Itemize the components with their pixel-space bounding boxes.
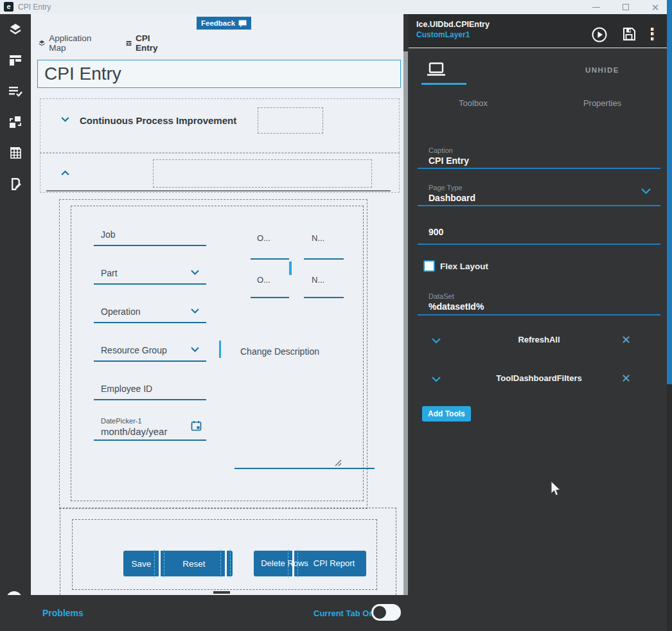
laptop-icon — [427, 62, 446, 76]
flex-layout-label: Flex Layout — [440, 262, 488, 271]
selection-separator — [292, 549, 294, 578]
layers-tool-button[interactable] — [0, 14, 31, 45]
maximize-button[interactable] — [613, 0, 639, 14]
datepicker-label: DatePicker-1 — [101, 417, 142, 425]
inspector-layer-link[interactable]: CustomLayer1 — [416, 30, 470, 39]
resize-grip-icon[interactable] — [333, 458, 342, 467]
maximize-icon — [623, 4, 629, 10]
old-field-underline-2[interactable] — [251, 297, 289, 298]
problems-link[interactable]: Problems — [42, 608, 84, 618]
resource-group-field-underline[interactable] — [94, 360, 206, 362]
layout-icon — [8, 53, 22, 67]
close-button[interactable]: ✕ — [642, 0, 668, 14]
kebab-dot — [651, 37, 654, 40]
feedback-label: Feedback — [201, 19, 235, 27]
empty-placeholder-widget[interactable] — [258, 107, 323, 134]
tab-cpi-entry[interactable]: CPI Entry — [126, 33, 161, 53]
operation-field-underline[interactable] — [94, 322, 206, 323]
table-grid-icon — [8, 146, 23, 161]
active-device-underline — [421, 83, 466, 85]
feedback-button[interactable]: Feedback — [197, 17, 251, 30]
inspector-title: Ice.UIDbd.CPIEntry — [416, 20, 490, 29]
chevron-down-icon[interactable] — [191, 347, 199, 352]
rules-tool-button[interactable] — [0, 76, 31, 107]
chat-bubble-icon — [238, 20, 247, 27]
calendar-icon[interactable] — [191, 420, 202, 431]
epicor-logo-icon: e — [4, 2, 13, 12]
cpi-report-button[interactable]: CPI Report — [312, 551, 357, 576]
doc-edit-icon — [8, 177, 23, 191]
job-field-label: Job — [101, 229, 116, 240]
preview-play-button[interactable] — [591, 26, 608, 43]
inspector-header: Ice.UIDbd.CPIEntry CustomLayer1 — [409, 14, 667, 48]
inspector-body: UNHIDE Toolbox Properties Caption CPI En… — [409, 48, 667, 631]
caption-property-label: Caption — [429, 147, 453, 154]
part-field-label: Part — [101, 268, 118, 278]
layers-icon — [8, 22, 23, 37]
page-title-widget[interactable]: CPI Entry — [37, 60, 401, 88]
tab-cpi-entry-label: CPI Entry — [136, 33, 161, 53]
canvas-resize-handle[interactable] — [213, 591, 230, 594]
tab-application-map[interactable]: Application Map — [39, 33, 94, 53]
drop-indicator-bar — [219, 341, 221, 358]
panel-scrollbar-track[interactable] — [667, 0, 672, 631]
remove-tool-icon[interactable]: ✕ — [621, 371, 631, 386]
group-panel-cpi[interactable]: Continuous Process Improvement — [40, 98, 400, 153]
events-tool-button[interactable] — [0, 168, 31, 199]
tab-toolbox[interactable]: Toolbox — [409, 98, 538, 118]
list-check-icon — [8, 84, 23, 98]
dataset-field-underline — [418, 314, 660, 316]
chevron-up-icon[interactable] — [61, 170, 69, 175]
empty-placeholder-widget[interactable] — [153, 159, 372, 188]
group-panel-collapsed[interactable] — [40, 153, 400, 193]
unhide-label: UNHIDE — [585, 66, 619, 74]
add-tools-button[interactable]: Add Tools — [422, 406, 471, 422]
overflow-menu-button[interactable] — [651, 26, 654, 42]
new-field-underline-1[interactable] — [304, 258, 344, 260]
tool-row-refreshall: RefreshAll ✕ — [418, 331, 660, 350]
part-field-underline[interactable] — [94, 283, 206, 285]
reset-button[interactable]: Reset — [163, 551, 225, 576]
job-field-underline[interactable] — [94, 245, 206, 246]
save-layout-button[interactable] — [621, 26, 637, 42]
dataset-property-value[interactable]: %datasetId% — [429, 301, 484, 312]
canvas-scrollbar[interactable] — [403, 51, 408, 595]
grids-tool-button[interactable] — [0, 138, 31, 168]
titlebar: e CPI Entry ✕ — [0, 0, 672, 14]
minimize-icon — [592, 7, 600, 8]
height-property-value[interactable]: 900 — [429, 227, 443, 237]
kebab-dot — [651, 28, 654, 31]
chevron-down-icon[interactable] — [641, 188, 651, 194]
page-type-property-value[interactable]: Dashboard — [429, 193, 475, 203]
panel-scrollbar-thumb[interactable] — [667, 0, 672, 384]
datepicker-underline[interactable] — [94, 440, 206, 441]
chevron-down-icon[interactable] — [61, 117, 69, 122]
chevron-down-icon[interactable] — [191, 270, 199, 275]
old-field-underline-1[interactable] — [251, 258, 289, 260]
add-tools-label: Add Tools — [428, 409, 465, 418]
employee-id-field-underline[interactable] — [94, 399, 206, 400]
resource-group-field-label: Resource Group — [101, 345, 167, 355]
device-view-tab[interactable] — [409, 48, 538, 88]
new-field-underline-2[interactable] — [304, 297, 344, 298]
remove-tool-icon[interactable]: ✕ — [621, 333, 631, 347]
height-field-underline — [418, 244, 660, 245]
change-description-underline[interactable] — [234, 468, 375, 469]
caption-property-value[interactable]: CPI Entry — [429, 156, 469, 166]
inspector-subtabs: Toolbox Properties — [409, 98, 667, 118]
epicor-logo-letter: e — [6, 3, 10, 10]
layout-tool-button[interactable] — [0, 45, 31, 76]
minimize-button[interactable] — [583, 0, 609, 14]
flex-layout-checkbox[interactable] — [423, 260, 435, 272]
left-toolbar — [0, 14, 31, 631]
chevron-down-icon[interactable] — [191, 308, 199, 314]
page-type-property-label: Page Type — [429, 184, 462, 191]
dataflow-tool-button[interactable] — [0, 107, 31, 138]
delete-rows-button[interactable]: Delete Rows — [254, 551, 315, 576]
unhide-button[interactable]: UNHIDE — [538, 48, 667, 88]
tab-properties[interactable]: Properties — [538, 98, 667, 118]
selection-separator — [225, 549, 227, 578]
page-type-field-underline — [418, 205, 660, 206]
new-qty-label-2: N... — [312, 275, 324, 285]
current-tab-only-toggle[interactable] — [371, 604, 401, 621]
